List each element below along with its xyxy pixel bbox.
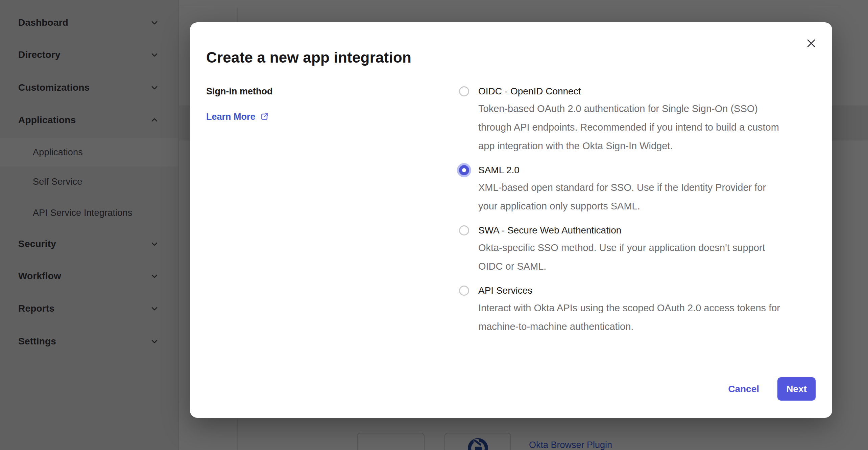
close-button[interactable] (804, 37, 818, 50)
modal-title: Create a new app integration (206, 49, 411, 66)
option-label: OIDC - OpenID Connect (478, 86, 581, 97)
option-description: XML-based open standard for SSO. Use if … (478, 178, 824, 216)
option-oidc-radio-row[interactable]: OIDC - OpenID Connect (459, 85, 824, 97)
learn-more-link[interactable]: Learn More (206, 110, 269, 124)
modal-footer: Cancel Next (728, 377, 816, 401)
okta-admin-page: Dashboard Directory Customizations Appli… (0, 0, 868, 450)
create-app-integration-modal: Create a new app integration Sign-in met… (190, 22, 832, 418)
next-button[interactable]: Next (777, 377, 816, 401)
sign-in-method-options: OIDC - OpenID Connect Token-based OAuth … (459, 85, 824, 345)
option-label: API Services (478, 285, 532, 296)
option-description: Token-based OAuth 2.0 authentication for… (478, 99, 824, 155)
option-description: Okta-specific SSO method. Use if your ap… (478, 239, 824, 276)
radio-button-unselected[interactable] (459, 225, 469, 235)
option-api-services: API Services Interact with Okta APIs usi… (459, 285, 824, 336)
option-saml-radio-row[interactable]: SAML 2.0 (459, 164, 824, 176)
option-api-services-radio-row[interactable]: API Services (459, 285, 824, 297)
option-description: Interact with Okta APIs using the scoped… (478, 299, 824, 336)
external-link-icon (260, 112, 269, 121)
radio-button-unselected[interactable] (459, 86, 469, 96)
radio-button-selected[interactable] (459, 165, 469, 175)
option-oidc: OIDC - OpenID Connect Token-based OAuth … (459, 85, 824, 155)
option-swa-radio-row[interactable]: SWA - Secure Web Authentication (459, 224, 824, 237)
option-label: SWA - Secure Web Authentication (478, 225, 621, 236)
option-label: SAML 2.0 (478, 165, 520, 176)
option-swa: SWA - Secure Web Authentication Okta-spe… (459, 224, 824, 276)
close-icon (805, 38, 817, 49)
cancel-button[interactable]: Cancel (728, 384, 759, 395)
option-saml: SAML 2.0 XML-based open standard for SSO… (459, 164, 824, 216)
radio-button-unselected[interactable] (459, 286, 469, 296)
sign-in-method-label: Sign-in method (206, 85, 272, 97)
learn-more-label: Learn More (206, 112, 256, 122)
